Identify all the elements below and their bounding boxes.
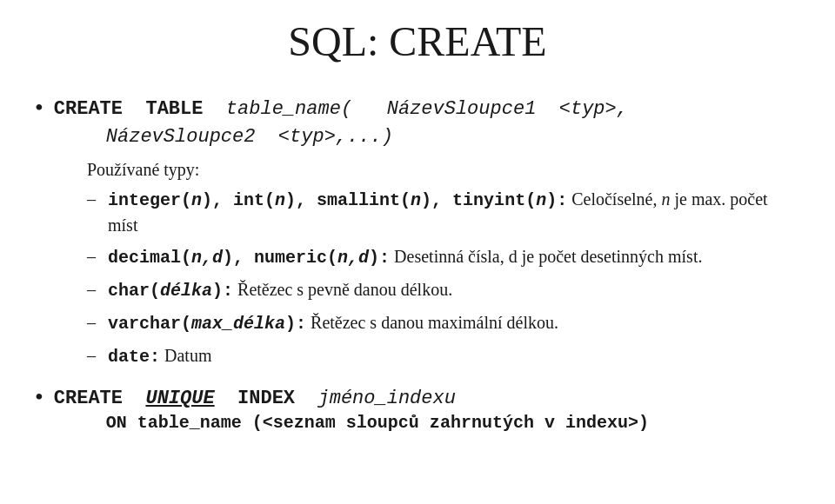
column2-type: <typ>,...): [278, 126, 393, 148]
type-char-desc: Řetězec s pevně danou délkou.: [237, 280, 452, 299]
list-item-date: – date: Datum: [87, 343, 800, 369]
dash-5: –: [87, 343, 96, 368]
types-list: – integer(n), int(n), smallint(n), tinyi…: [87, 187, 800, 369]
type-date-desc: Datum: [164, 346, 211, 365]
bullet-dot-1: •: [35, 92, 43, 123]
keyword-create-1: CREATE: [54, 98, 123, 120]
create-table-code: CREATE TABLE table_name( NázevSloupce1 <…: [54, 96, 628, 123]
list-text-decimal: decimal(n,d), numeric(n,d): Desetinná čí…: [108, 244, 702, 270]
type-integer-bold: integer(n), int(n), smallint(n), tinyint…: [108, 190, 567, 210]
type-decimal-desc: Desetinná čísla, d je počet desetinných …: [394, 247, 702, 266]
bullet-dot-2: •: [35, 381, 43, 413]
column2-name: NázevSloupce2: [106, 126, 256, 148]
type-varchar-bold: varchar(max_délka):: [108, 314, 306, 334]
type-char-bold: char(délka):: [108, 281, 233, 301]
types-subtitle: Používané typy:: [87, 160, 800, 180]
list-text-varchar: varchar(max_délka): Řetězec s danou maxi…: [108, 310, 558, 336]
list-item-decimal: – decimal(n,d), numeric(n,d): Desetinná …: [87, 244, 800, 270]
on-line-code: ON table_name (<seznam sloupců zahrnutýc…: [106, 413, 649, 433]
create-index-code: CREATE UNIQUE INDEX jméno_indexu: [54, 385, 649, 413]
create-table-section: • CREATE TABLE table_name( NázevSloupce1…: [35, 96, 800, 369]
list-item-integer: – integer(n), int(n), smallint(n), tinyi…: [87, 187, 800, 237]
column1-type: <typ>,: [559, 98, 628, 120]
keyword-create-2: CREATE: [54, 388, 123, 409]
page-title: SQL: CREATE: [35, 17, 800, 65]
column1-name: NázevSloupce1: [387, 98, 537, 120]
type-date-bold: date:: [108, 347, 160, 367]
type-decimal-bold: decimal(n,d), numeric(n,d):: [108, 248, 390, 268]
list-text-char: char(délka): Řetězec s pevně danou délko…: [108, 277, 452, 303]
create-table-bullet-row: • CREATE TABLE table_name( NázevSloupce1…: [35, 96, 800, 151]
dash-2: –: [87, 244, 96, 269]
list-text-date: date: Datum: [108, 343, 211, 369]
keyword-unique: UNIQUE: [145, 388, 214, 409]
dash-4: –: [87, 310, 96, 335]
keyword-index: INDEX: [237, 388, 295, 409]
list-item-varchar: – varchar(max_délka): Řetězec s danou ma…: [87, 310, 800, 336]
create-index-content: CREATE UNIQUE INDEX jméno_indexu ON tabl…: [54, 385, 649, 433]
code-table-name: table_name(: [226, 98, 352, 120]
create-table-code-line2: NázevSloupce2 <typ>,...): [106, 123, 628, 151]
dash-1: –: [87, 187, 96, 211]
keyword-table: TABLE: [145, 98, 203, 120]
list-text-integer: integer(n), int(n), smallint(n), tinyint…: [108, 187, 800, 237]
create-table-content: CREATE TABLE table_name( NázevSloupce1 <…: [54, 96, 628, 151]
type-varchar-desc: Řetězec s danou maximální délkou.: [311, 313, 558, 332]
index-name: jméno_indexu: [317, 388, 455, 409]
create-index-section: • CREATE UNIQUE INDEX jméno_indexu ON ta…: [35, 385, 800, 433]
dash-3: –: [87, 277, 96, 302]
create-index-bullet-row: • CREATE UNIQUE INDEX jméno_indexu ON ta…: [35, 385, 800, 433]
list-item-char: – char(délka): Řetězec s pevně danou dél…: [87, 277, 800, 303]
